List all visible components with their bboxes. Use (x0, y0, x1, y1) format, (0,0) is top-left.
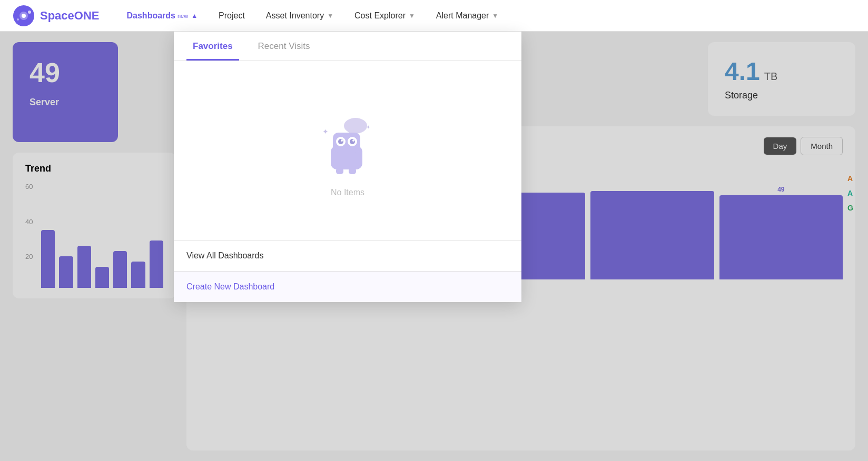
logo-text: SpaceONE (40, 9, 100, 23)
svg-point-7 (344, 118, 367, 134)
nav-items: Dashboards new ▲ Project Asset Inventory… (116, 0, 855, 32)
svg-rect-18 (349, 168, 356, 174)
svg-point-14 (350, 139, 355, 144)
chevron-down-icon-asset: ▼ (327, 12, 333, 19)
empty-state-illustration: ✦ ✦ (316, 114, 379, 177)
navbar: SpaceONE Dashboards new ▲ Project Asset … (0, 0, 868, 32)
dropdown-tabs: Favorites Recent Visits (174, 32, 521, 61)
nav-cost-label: Cost Explorer (354, 11, 406, 21)
nav-item-asset-inventory[interactable]: Asset Inventory ▼ (255, 0, 344, 32)
dropdown-content: ✦ ✦ No Items (174, 61, 521, 240)
nav-item-dashboards[interactable]: Dashboards new ▲ (116, 0, 209, 32)
create-new-dashboard-button[interactable]: Create New Dashboard (174, 272, 521, 302)
svg-point-3 (28, 11, 31, 14)
nav-item-project[interactable]: Project (208, 0, 255, 32)
svg-point-16 (352, 139, 354, 142)
view-all-dashboards-button[interactable]: View All Dashboards (174, 240, 521, 272)
svg-point-15 (341, 139, 343, 142)
nav-item-cost-explorer[interactable]: Cost Explorer ▼ (344, 0, 426, 32)
chevron-down-icon-cost: ▼ (409, 12, 415, 19)
nav-asset-label: Asset Inventory (266, 11, 324, 21)
tab-recent-visits[interactable]: Recent Visits (252, 32, 317, 61)
dropdown-footer: View All Dashboards Create New Dashboard (174, 240, 521, 302)
nav-alert-label: Alert Manager (436, 11, 489, 21)
chevron-up-icon: ▲ (191, 12, 198, 19)
logo[interactable]: SpaceONE (13, 5, 100, 27)
dropdown-panel: Favorites Recent Visits ✦ ✦ (174, 32, 521, 302)
nav-project-label: Project (219, 11, 245, 21)
svg-rect-17 (336, 168, 343, 174)
nav-dashboards-badge: new (177, 13, 188, 19)
nav-item-alert-manager[interactable]: Alert Manager ▼ (426, 0, 509, 32)
svg-text:✦: ✦ (322, 127, 329, 136)
svg-point-4 (17, 18, 19, 21)
tab-favorites[interactable]: Favorites (186, 32, 239, 61)
svg-point-2 (22, 14, 26, 18)
chevron-down-icon-alert: ▼ (492, 12, 498, 19)
svg-point-13 (338, 139, 343, 144)
nav-dashboards-label: Dashboards (127, 11, 175, 21)
empty-state-text: No Items (331, 188, 364, 197)
logo-icon (13, 5, 35, 27)
